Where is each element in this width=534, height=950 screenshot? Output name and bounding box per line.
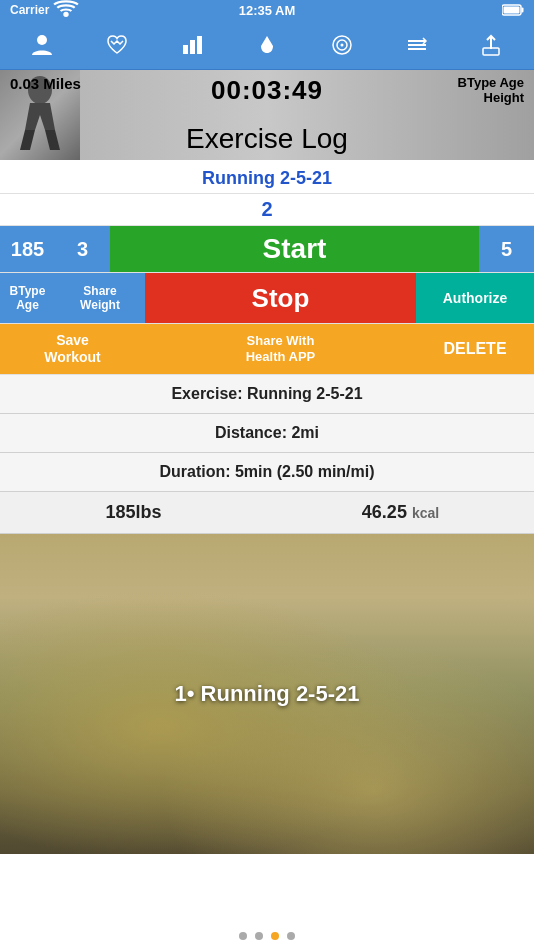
- counter-row: 2: [0, 194, 534, 226]
- water-svg: [253, 31, 281, 59]
- counter-value: 2: [261, 198, 272, 220]
- svg-rect-14: [483, 48, 499, 55]
- target-nav-icon[interactable]: [320, 23, 364, 67]
- svg-rect-7: [197, 36, 202, 54]
- miles-display: 0.03 Miles: [10, 75, 81, 92]
- btype-age-label: BType Age: [458, 75, 524, 90]
- num2-button[interactable]: 3: [55, 226, 110, 272]
- workout-log-entry: 1• Running 2-5-21: [175, 681, 360, 707]
- weight-value: 185lbs: [105, 502, 161, 522]
- duration-info: Duration: 5min (2.50 min/mi): [159, 463, 374, 480]
- swipe-nav-icon[interactable]: [395, 23, 439, 67]
- height-label: Height: [484, 90, 524, 105]
- save-workout-btn-label: SaveWorkout: [44, 332, 101, 365]
- upload-svg: [477, 31, 505, 59]
- page-dot-2[interactable]: [255, 932, 263, 940]
- share-health-button[interactable]: Share WithHealth APP: [145, 324, 416, 374]
- btype-stats: BType Age Height: [458, 75, 524, 105]
- svg-rect-5: [183, 45, 188, 54]
- delete-button[interactable]: DELETE: [416, 324, 534, 374]
- timer-display: 00:03:49: [211, 75, 323, 106]
- kcal-label: kcal: [412, 505, 439, 521]
- carrier-label: Carrier: [10, 3, 49, 17]
- weight-cell: 185lbs: [0, 492, 267, 533]
- water-nav-icon[interactable]: [245, 23, 289, 67]
- authorize-button[interactable]: Authorize: [416, 273, 534, 323]
- distance-row: Distance: 2mi: [0, 414, 534, 453]
- svg-point-0: [65, 13, 68, 16]
- btype-age-btn-label: BTypeAge: [10, 284, 46, 313]
- stop-row: BTypeAge ShareWeight Stop Authorize: [0, 273, 534, 324]
- svg-point-10: [340, 43, 343, 46]
- workout-name: Running 2-5-21: [202, 168, 332, 188]
- start-button[interactable]: Start: [110, 226, 479, 272]
- page-dots: [239, 932, 295, 940]
- page-title: Exercise Log: [186, 123, 348, 155]
- duration-row: Duration: 5min (2.50 min/mi): [0, 453, 534, 492]
- share-weight-button[interactable]: ShareWeight: [55, 273, 145, 323]
- num1-button[interactable]: 185: [0, 226, 55, 272]
- controls-area: Running 2-5-21 2 185 3 Start 5 BTypeAge …: [0, 160, 534, 534]
- status-left: Carrier: [10, 0, 79, 23]
- save-workout-button[interactable]: SaveWorkout: [0, 324, 145, 374]
- exercise-info: Exercise: Running 2-5-21: [171, 385, 362, 402]
- nav-bar: [0, 20, 534, 70]
- workout-name-row: Running 2-5-21: [0, 160, 534, 194]
- status-right: [502, 4, 524, 16]
- kcal-value: 46.25: [362, 502, 407, 523]
- person-svg: [28, 31, 56, 59]
- person-nav-icon[interactable]: [20, 23, 64, 67]
- target-svg: [328, 31, 356, 59]
- header-area: 0.03 Miles 00:03:49 BType Age Height Exe…: [0, 70, 534, 160]
- heart-svg: [103, 31, 131, 59]
- status-time: 12:35 AM: [239, 3, 296, 18]
- svg-rect-6: [190, 40, 195, 54]
- share-health-btn-label: Share WithHealth APP: [246, 333, 316, 364]
- svg-rect-3: [504, 7, 520, 14]
- page-dot-1[interactable]: [239, 932, 247, 940]
- page-dot-3[interactable]: [271, 932, 279, 940]
- num3-button[interactable]: 5: [479, 226, 534, 272]
- upload-nav-icon[interactable]: [469, 23, 513, 67]
- wifi-icon: [53, 0, 79, 23]
- status-bar: Carrier 12:35 AM: [0, 0, 534, 20]
- page-dot-4[interactable]: [287, 932, 295, 940]
- start-row: 185 3 Start 5: [0, 226, 534, 273]
- btype-age-button[interactable]: BTypeAge: [0, 273, 55, 323]
- background-image-area: 1• Running 2-5-21: [0, 534, 534, 854]
- chart-svg: [178, 31, 206, 59]
- stats-row: 185lbs 46.25 kcal: [0, 492, 534, 534]
- swipe-svg: [403, 31, 431, 59]
- save-row: SaveWorkout Share WithHealth APP DELETE: [0, 324, 534, 375]
- exercise-info-row: Exercise: Running 2-5-21: [0, 375, 534, 414]
- kcal-cell: 46.25 kcal: [267, 492, 534, 533]
- battery-icon: [502, 4, 524, 16]
- stop-button[interactable]: Stop: [145, 273, 416, 323]
- svg-rect-2: [522, 8, 524, 13]
- heart-nav-icon[interactable]: [95, 23, 139, 67]
- svg-point-4: [37, 35, 47, 45]
- share-weight-btn-label: ShareWeight: [80, 284, 120, 313]
- chart-nav-icon[interactable]: [170, 23, 214, 67]
- distance-info: Distance: 2mi: [215, 424, 319, 441]
